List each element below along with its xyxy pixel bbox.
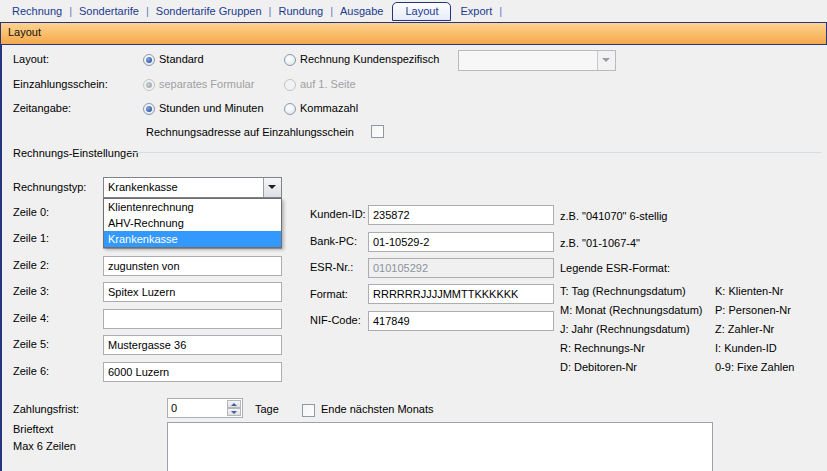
max-zeilen-label: Max 6 Zeilen: [13, 440, 76, 452]
auf-erste-seite-radio-label: auf 1. Seite: [300, 78, 356, 90]
zeile-2-input[interactable]: [103, 256, 282, 276]
zeile-2-label: Zeile 2:: [13, 259, 49, 271]
legend-item-zahler-nr: Z: Zahler-Nr: [715, 323, 774, 335]
ende-naechsten-monats-checkbox[interactable]: [302, 404, 315, 417]
section-header-title: Layout: [8, 26, 41, 38]
tab-ausgabe[interactable]: Ausgabe: [334, 3, 389, 19]
rechnungs-einstellungen-group-title: Rechnungs-Einstellungen: [13, 147, 138, 159]
separates-formular-radio: [143, 79, 155, 91]
ende-naechsten-monats-checkbox-label[interactable]: Ende nächsten Monats: [321, 403, 434, 415]
chevron-down-icon[interactable]: [263, 178, 281, 197]
bank-pc-hint: z.B. "01-1067-4": [560, 237, 640, 249]
layout-label: Layout:: [13, 53, 49, 65]
stepper-down-icon[interactable]: [227, 408, 241, 416]
zeile-6-input[interactable]: [103, 362, 282, 382]
tab-sondertarife[interactable]: Sondertarife: [73, 3, 145, 19]
esr-nr-input: [368, 258, 554, 278]
auf-erste-seite-radio: [284, 79, 296, 91]
zeile-6-label: Zeile 6:: [13, 365, 49, 377]
legend-item-klienten-nr: K: Klienten-Nr: [715, 285, 783, 297]
esr-nr-label: ESR-Nr.:: [310, 261, 353, 273]
zeitangabe-label: Zeitangabe:: [13, 102, 71, 114]
tab-separator: |: [498, 5, 503, 17]
kunden-id-input[interactable]: [368, 205, 554, 225]
separates-formular-radio-label: separates Formular: [159, 78, 254, 90]
kommazahl-radio-label[interactable]: Kommazahl: [300, 102, 358, 114]
kunden-id-label: Kunden-ID:: [310, 208, 366, 220]
section-header-bar: Layout: [0, 22, 827, 45]
zeile-5-label: Zeile 5:: [13, 338, 49, 350]
legend-item-tag: T: Tag (Rechnungsdatum): [560, 285, 686, 297]
tab-rechnung[interactable]: Rechnung: [6, 3, 68, 19]
format-label: Format:: [310, 288, 348, 300]
rechnungstyp-combobox[interactable]: Krankenkasse: [103, 177, 282, 198]
rechnungstyp-combobox-value: Krankenkasse: [108, 181, 178, 193]
zeile-1-label: Zeile 1:: [13, 232, 49, 244]
zahlungsfrist-input[interactable]: [168, 399, 224, 417]
layout-settings-page: Rechnung | Sondertarife | Sondertarife G…: [0, 0, 827, 471]
layout-standard-radio-label[interactable]: Standard: [159, 53, 204, 65]
tab-bar: Rechnung | Sondertarife | Sondertarife G…: [0, 0, 827, 22]
brieftext-label: Brieftext: [13, 423, 53, 435]
dropdown-option-klientenrechnung[interactable]: Klientenrechnung: [104, 199, 281, 215]
zeile-3-input[interactable]: [103, 282, 282, 302]
tab-layout[interactable]: Layout: [392, 2, 451, 21]
stunden-minuten-radio[interactable]: [143, 103, 155, 115]
legend-title: Legende ESR-Format:: [560, 262, 670, 274]
tage-label: Tage: [255, 403, 279, 415]
legend-item-kunden-id: I: Kunden-ID: [715, 342, 777, 354]
legend-item-debitoren-nr: D: Debitoren-Nr: [560, 361, 637, 373]
zeile-3-label: Zeile 3:: [13, 285, 49, 297]
dropdown-option-ahv-rechnung[interactable]: AHV-Rechnung: [104, 215, 281, 231]
zeile-0-label: Zeile 0:: [13, 206, 49, 218]
legend-item-monat: M: Monat (Rechnungsdatum): [560, 304, 702, 316]
rechnungstyp-label: Rechnungstyp:: [13, 181, 86, 193]
bank-pc-label: Bank-PC:: [310, 235, 357, 247]
dropdown-option-krankenkasse[interactable]: Krankenkasse: [104, 231, 281, 247]
tab-rundung[interactable]: Rundung: [272, 3, 329, 19]
layout-standard-radio[interactable]: [143, 54, 155, 66]
rechnungsadresse-checkbox[interactable]: [371, 125, 384, 138]
chevron-down-icon: [597, 51, 615, 70]
layout-kundenspezifisch-radio-label[interactable]: Rechnung Kundenspezifisch: [300, 53, 439, 65]
nif-code-label: NIF-Code:: [310, 314, 361, 326]
zeile-4-label: Zeile 4:: [13, 312, 49, 324]
rechnungstyp-dropdown-list: Klientenrechnung AHV-Rechnung Krankenkas…: [103, 198, 282, 248]
tab-sondertarife-gruppen[interactable]: Sondertarife Gruppen: [150, 3, 268, 19]
tab-export[interactable]: Export: [454, 3, 498, 19]
page-left-border: [0, 45, 2, 471]
nif-code-input[interactable]: [368, 311, 554, 331]
legend-item-rechnungs-nr: R: Rechnungs-Nr: [560, 342, 645, 354]
einzahlungsschein-label: Einzahlungsschein:: [13, 78, 108, 90]
kundenspezifisch-layout-combobox: [458, 50, 616, 71]
format-input[interactable]: [368, 284, 554, 304]
legend-item-jahr: J: Jahr (Rechnungsdatum): [560, 323, 690, 335]
bank-pc-input[interactable]: [368, 232, 554, 252]
kommazahl-radio[interactable]: [284, 103, 296, 115]
kunden-id-hint: z.B. "041070" 6-stellig: [560, 210, 667, 222]
stepper-up-icon[interactable]: [227, 400, 241, 408]
zeile-5-input[interactable]: [103, 335, 282, 355]
layout-kundenspezifisch-radio[interactable]: [284, 54, 296, 66]
stunden-minuten-radio-label[interactable]: Stunden und Minuten: [159, 102, 264, 114]
legend-item-fixe-zahlen: 0-9: Fixe Zahlen: [715, 361, 794, 373]
group-divider-line: [126, 152, 822, 153]
zahlungsfrist-label: Zahlungsfrist:: [13, 403, 79, 415]
legend-item-personen-nr: P: Personen-Nr: [715, 304, 791, 316]
rechnungsadresse-checkbox-label[interactable]: Rechnungsadresse auf Einzahlungsschein: [146, 126, 354, 138]
zahlungsfrist-stepper[interactable]: [167, 398, 243, 418]
brieftext-textarea[interactable]: [167, 422, 713, 471]
zeile-4-input[interactable]: [103, 309, 282, 329]
